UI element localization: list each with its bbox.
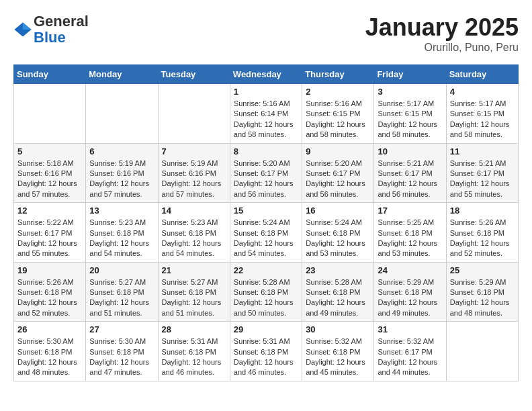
day-number: 26 (17, 324, 82, 334)
calendar-cell: 10Sunrise: 5:21 AMSunset: 6:17 PMDayligh… (374, 143, 446, 203)
day-number: 25 (450, 265, 515, 275)
day-number: 7 (162, 146, 226, 156)
month-title: January 2025 (365, 13, 519, 42)
day-info: Sunrise: 5:27 AMSunset: 6:18 PMDaylight:… (162, 277, 226, 319)
day-number: 21 (162, 265, 226, 275)
day-info: Sunrise: 5:26 AMSunset: 6:18 PMDaylight:… (450, 218, 515, 259)
svg-marker-1 (23, 23, 32, 30)
day-number: 5 (17, 146, 82, 156)
calendar-cell: 16Sunrise: 5:24 AMSunset: 6:18 PMDayligh… (302, 203, 374, 263)
day-info: Sunrise: 5:21 AMSunset: 6:17 PMDaylight:… (450, 158, 515, 200)
weekday-header: Monday (86, 65, 158, 84)
day-info: Sunrise: 5:16 AMSunset: 6:15 PMDaylight:… (306, 99, 370, 140)
day-number: 22 (234, 265, 298, 275)
day-number: 13 (89, 205, 154, 216)
calendar-cell: 7Sunrise: 5:19 AMSunset: 6:16 PMDaylight… (158, 143, 230, 203)
day-number: 30 (306, 324, 370, 334)
day-info: Sunrise: 5:19 AMSunset: 6:16 PMDaylight:… (89, 158, 154, 200)
day-number: 14 (162, 205, 226, 216)
calendar-cell: 17Sunrise: 5:25 AMSunset: 6:18 PMDayligh… (374, 203, 446, 263)
calendar-cell: 30Sunrise: 5:32 AMSunset: 6:18 PMDayligh… (302, 322, 374, 381)
day-info: Sunrise: 5:17 AMSunset: 6:15 PMDaylight:… (450, 99, 515, 140)
calendar-week-row: 1Sunrise: 5:16 AMSunset: 6:14 PMDaylight… (14, 84, 519, 144)
day-number: 28 (162, 324, 226, 334)
calendar-cell: 4Sunrise: 5:17 AMSunset: 6:15 PMDaylight… (446, 84, 518, 144)
day-info: Sunrise: 5:21 AMSunset: 6:17 PMDaylight:… (378, 158, 442, 200)
day-info: Sunrise: 5:17 AMSunset: 6:15 PMDaylight:… (378, 99, 442, 140)
calendar-cell (14, 84, 86, 144)
day-number: 18 (450, 205, 515, 216)
day-number: 6 (89, 146, 154, 156)
weekday-header: Sunday (14, 65, 86, 84)
day-info: Sunrise: 5:30 AMSunset: 6:18 PMDaylight:… (17, 336, 82, 378)
day-info: Sunrise: 5:22 AMSunset: 6:17 PMDaylight:… (17, 218, 82, 259)
day-info: Sunrise: 5:28 AMSunset: 6:18 PMDaylight:… (306, 277, 370, 319)
logo-blue-text: Blue (34, 29, 66, 46)
calendar-cell: 20Sunrise: 5:27 AMSunset: 6:18 PMDayligh… (86, 262, 158, 322)
calendar-cell (446, 322, 518, 381)
calendar-cell: 19Sunrise: 5:26 AMSunset: 6:18 PMDayligh… (14, 262, 86, 322)
day-number: 16 (306, 205, 370, 216)
day-number: 9 (306, 146, 370, 156)
day-info: Sunrise: 5:32 AMSunset: 6:18 PMDaylight:… (306, 336, 370, 378)
day-info: Sunrise: 5:28 AMSunset: 6:18 PMDaylight:… (234, 277, 298, 319)
calendar-cell: 29Sunrise: 5:31 AMSunset: 6:18 PMDayligh… (230, 322, 302, 381)
calendar-cell: 21Sunrise: 5:27 AMSunset: 6:18 PMDayligh… (158, 262, 230, 322)
day-number: 29 (234, 324, 298, 334)
calendar-cell: 15Sunrise: 5:24 AMSunset: 6:18 PMDayligh… (230, 203, 302, 263)
day-info: Sunrise: 5:18 AMSunset: 6:16 PMDaylight:… (17, 158, 82, 200)
day-number: 23 (306, 265, 370, 275)
page-header: General Blue January 2025 Orurillo, Puno… (13, 13, 519, 54)
day-info: Sunrise: 5:24 AMSunset: 6:18 PMDaylight:… (306, 218, 370, 259)
calendar-table: SundayMondayTuesdayWednesdayThursdayFrid… (13, 64, 519, 381)
calendar-cell: 23Sunrise: 5:28 AMSunset: 6:18 PMDayligh… (302, 262, 374, 322)
day-info: Sunrise: 5:30 AMSunset: 6:18 PMDaylight:… (89, 336, 154, 378)
day-number: 19 (17, 265, 82, 275)
calendar-cell: 2Sunrise: 5:16 AMSunset: 6:15 PMDaylight… (302, 84, 374, 144)
calendar-cell: 9Sunrise: 5:20 AMSunset: 6:17 PMDaylight… (302, 143, 374, 203)
calendar-week-row: 26Sunrise: 5:30 AMSunset: 6:18 PMDayligh… (14, 322, 519, 381)
day-info: Sunrise: 5:20 AMSunset: 6:17 PMDaylight:… (306, 158, 370, 200)
day-number: 2 (306, 87, 370, 97)
day-number: 15 (234, 205, 298, 216)
day-number: 10 (378, 146, 442, 156)
calendar-cell: 8Sunrise: 5:20 AMSunset: 6:17 PMDaylight… (230, 143, 302, 203)
title-block: January 2025 Orurillo, Puno, Peru (365, 13, 519, 54)
day-number: 17 (378, 205, 442, 216)
day-number: 27 (89, 324, 154, 334)
day-info: Sunrise: 5:16 AMSunset: 6:14 PMDaylight:… (234, 99, 298, 140)
calendar-cell (86, 84, 158, 144)
calendar-cell: 18Sunrise: 5:26 AMSunset: 6:18 PMDayligh… (446, 203, 518, 263)
calendar-cell: 3Sunrise: 5:17 AMSunset: 6:15 PMDaylight… (374, 84, 446, 144)
weekday-header: Saturday (446, 65, 518, 84)
day-info: Sunrise: 5:23 AMSunset: 6:18 PMDaylight:… (162, 218, 226, 259)
day-number: 1 (234, 87, 298, 97)
weekday-header: Friday (374, 65, 446, 84)
calendar-cell: 6Sunrise: 5:19 AMSunset: 6:16 PMDaylight… (86, 143, 158, 203)
calendar-cell: 26Sunrise: 5:30 AMSunset: 6:18 PMDayligh… (14, 322, 86, 381)
logo-icon (13, 20, 32, 39)
day-number: 12 (17, 205, 82, 216)
calendar-cell: 12Sunrise: 5:22 AMSunset: 6:17 PMDayligh… (14, 203, 86, 263)
calendar-cell: 24Sunrise: 5:29 AMSunset: 6:18 PMDayligh… (374, 262, 446, 322)
calendar-cell: 11Sunrise: 5:21 AMSunset: 6:17 PMDayligh… (446, 143, 518, 203)
day-info: Sunrise: 5:32 AMSunset: 6:17 PMDaylight:… (378, 336, 442, 378)
day-info: Sunrise: 5:31 AMSunset: 6:18 PMDaylight:… (234, 336, 298, 378)
calendar-week-row: 5Sunrise: 5:18 AMSunset: 6:16 PMDaylight… (14, 143, 519, 203)
weekday-header: Thursday (302, 65, 374, 84)
calendar-cell: 5Sunrise: 5:18 AMSunset: 6:16 PMDaylight… (14, 143, 86, 203)
day-info: Sunrise: 5:23 AMSunset: 6:18 PMDaylight:… (89, 218, 154, 259)
day-number: 3 (378, 87, 442, 97)
weekday-header: Tuesday (158, 65, 230, 84)
calendar-week-row: 19Sunrise: 5:26 AMSunset: 6:18 PMDayligh… (14, 262, 519, 322)
calendar-header-row: SundayMondayTuesdayWednesdayThursdayFrid… (14, 65, 519, 84)
day-info: Sunrise: 5:26 AMSunset: 6:18 PMDaylight:… (17, 277, 82, 319)
day-info: Sunrise: 5:19 AMSunset: 6:16 PMDaylight:… (162, 158, 226, 200)
day-info: Sunrise: 5:29 AMSunset: 6:18 PMDaylight:… (450, 277, 515, 319)
day-info: Sunrise: 5:27 AMSunset: 6:18 PMDaylight:… (89, 277, 154, 319)
day-number: 24 (378, 265, 442, 275)
day-number: 20 (89, 265, 154, 275)
calendar-cell: 14Sunrise: 5:23 AMSunset: 6:18 PMDayligh… (158, 203, 230, 263)
day-number: 11 (450, 146, 515, 156)
day-number: 8 (234, 146, 298, 156)
